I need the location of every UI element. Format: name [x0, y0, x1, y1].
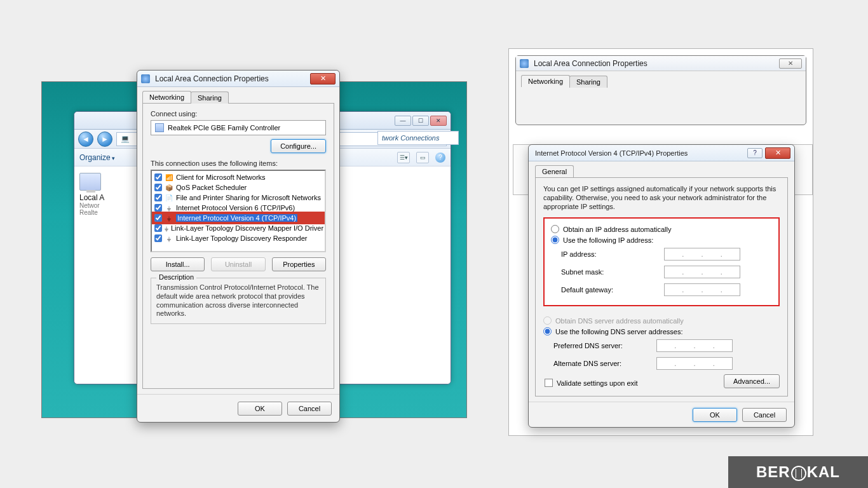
item-label: Client for Microsoft Networks [176, 173, 266, 181]
back-button[interactable]: ◄ [78, 132, 93, 147]
radio-manual-ip-label: Use the following IP address: [563, 236, 653, 244]
ok-button[interactable]: OK [693, 408, 737, 422]
lac-properties-dialog: Local Area Connection Properties ✕ Netwo… [137, 70, 340, 423]
lac2-title-text: Local Area Connection Properties [531, 59, 779, 68]
maximize-button[interactable]: ☐ [412, 116, 429, 126]
properties-button[interactable]: Properties [272, 257, 326, 271]
protocol-icon: ⏚ [165, 203, 173, 212]
default-gateway-input[interactable]: ... [664, 283, 740, 296]
list-item[interactable]: ⏚Link-Layer Topology Discovery Responder [153, 233, 323, 243]
lac-tab-body: Connect using: Realtek PCIe GBE Family C… [142, 103, 334, 389]
item-checkbox[interactable] [154, 173, 162, 181]
tab-sharing[interactable]: Sharing [191, 92, 229, 104]
item-checkbox[interactable] [154, 224, 162, 232]
right-panel: Local Area Connection Properties ✕ Netwo… [508, 48, 813, 436]
item-label: Link-Layer Topology Discovery Responder [176, 234, 307, 242]
item-label: File and Printer Sharing for Microsoft N… [176, 194, 321, 201]
alternate-dns-label: Alternate DNS server: [553, 360, 649, 367]
close-button[interactable]: ✕ [430, 116, 447, 126]
dns-settings-group: Obtain DNS server address automatically … [543, 313, 780, 372]
preview-pane-button[interactable]: ▭ [416, 152, 429, 163]
install-button[interactable]: Install... [151, 257, 205, 271]
lac-titlebar: Local Area Connection Properties ✕ [137, 71, 339, 87]
protocol-icon: ⏚ [165, 234, 173, 243]
help-icon[interactable]: ? [435, 152, 445, 163]
list-item[interactable]: ⏚Link-Layer Topology Discovery Mapper I/… [153, 223, 323, 233]
tab-networking[interactable]: Networking [521, 75, 570, 87]
close-button[interactable]: ✕ [310, 73, 336, 85]
item-checkbox[interactable] [154, 214, 162, 222]
items-label: This connection uses the following items… [151, 159, 326, 167]
adapter-name: Realtek PCIe GBE Family Controller [168, 124, 280, 132]
organize-menu[interactable]: Organize [79, 153, 115, 162]
item-label: Internet Protocol Version 4 (TCP/IPv4) [176, 214, 297, 222]
protocol-icon: ⏚ [165, 224, 168, 233]
ip-address-input[interactable]: ... [664, 248, 740, 261]
list-item[interactable]: 📦QoS Packet Scheduler [153, 182, 323, 193]
description-title: Description [156, 273, 196, 281]
tcpip-properties-dialog: Internet Protocol Version 4 (TCP/IPv4) P… [528, 144, 795, 428]
item-checkbox[interactable] [154, 184, 162, 191]
list-item[interactable]: 📄File and Printer Sharing for Microsoft … [153, 193, 323, 203]
description-text: Transmission Control Protocol/Internet P… [156, 283, 320, 318]
alternate-dns-input[interactable]: ... [656, 357, 733, 370]
radio-manual-dns-label: Use the following DNS server addresses: [555, 328, 683, 336]
uninstall-button[interactable]: Uninstall [211, 257, 265, 271]
adapter-icon [79, 173, 101, 191]
lac2-titlebar: Local Area Connection Properties ✕ [516, 56, 806, 71]
lac-tabs: Networking Sharing [142, 91, 334, 103]
lac-title-text: Local Area Connection Properties [153, 74, 310, 83]
description-group: Description Transmission Control Protoco… [151, 278, 326, 324]
forward-button[interactable]: ► [97, 132, 112, 147]
ok-button[interactable]: OK [238, 402, 282, 416]
close-button[interactable]: ✕ [765, 147, 790, 159]
protocol-icon: 📦 [165, 183, 173, 192]
tab-sharing[interactable]: Sharing [569, 76, 607, 88]
minimize-button[interactable]: — [395, 116, 411, 126]
item-checkbox[interactable] [154, 194, 162, 201]
subnet-mask-input[interactable]: ... [664, 266, 740, 278]
item-checkbox[interactable] [154, 234, 162, 242]
network-adapter-icon [141, 74, 150, 83]
adapter-card-icon [155, 123, 164, 132]
cancel-button[interactable]: Cancel [742, 408, 787, 422]
protocol-icon: 📶 [165, 173, 173, 182]
breadcrumb-tail: twork Connections [377, 131, 459, 145]
cancel-button[interactable]: Cancel [287, 402, 332, 416]
advanced-button[interactable]: Advanced... [724, 374, 780, 388]
items-listbox[interactable]: 📶Client for Microsoft Networks📦QoS Packe… [151, 170, 326, 252]
tab-networking[interactable]: Networking [142, 91, 191, 103]
lac-footer: OK Cancel [137, 394, 339, 422]
protocol-icon: 📄 [165, 193, 173, 202]
tcpip-title-text: Internet Protocol Version 4 (TCP/IPv4) P… [532, 149, 747, 157]
tcpip-titlebar: Internet Protocol Version 4 (TCP/IPv4) P… [529, 145, 794, 161]
default-gateway-label: Default gateway: [561, 286, 656, 294]
close-button[interactable]: ✕ [779, 58, 802, 69]
help-button[interactable]: ? [747, 148, 763, 158]
network-icon: 💻 [121, 135, 130, 143]
list-item[interactable]: 📶Client for Microsoft Networks [153, 172, 323, 182]
view-options-button[interactable]: ☰▾ [397, 152, 410, 163]
validate-checkbox[interactable] [545, 379, 553, 387]
radio-auto-dns: Obtain DNS server address automatically [543, 315, 780, 326]
preferred-dns-label: Preferred DNS server: [553, 342, 649, 349]
validate-label: Validate settings upon exit [557, 379, 638, 387]
preferred-dns-input[interactable]: ... [656, 339, 733, 352]
radio-auto-ip[interactable]: Obtain an IP address automatically [551, 224, 772, 234]
item-label: QoS Packet Scheduler [176, 184, 247, 191]
tab-general[interactable]: General [535, 165, 574, 177]
item-label: Internet Protocol Version 6 (TCP/IPv6) [176, 204, 295, 212]
brand-logo-icon [791, 466, 806, 481]
list-item[interactable]: ⏚Internet Protocol Version 6 (TCP/IPv6) [153, 203, 323, 213]
adapter-field: Realtek PCIe GBE Family Controller [151, 120, 326, 135]
configure-button[interactable]: Configure... [271, 139, 326, 153]
ip-address-label: IP address: [561, 250, 656, 258]
list-item[interactable]: ⏚Internet Protocol Version 4 (TCP/IPv4) [153, 213, 323, 223]
protocol-icon: ⏚ [165, 214, 173, 222]
tcpip-body: You can get IP settings assigned automat… [535, 177, 788, 396]
radio-manual-ip[interactable]: Use the following IP address: [551, 234, 772, 245]
item-checkbox[interactable] [154, 204, 162, 212]
intro-text: You can get IP settings assigned automat… [543, 184, 780, 211]
radio-manual-dns[interactable]: Use the following DNS server addresses: [543, 326, 780, 337]
connect-using-label: Connect using: [151, 110, 326, 118]
